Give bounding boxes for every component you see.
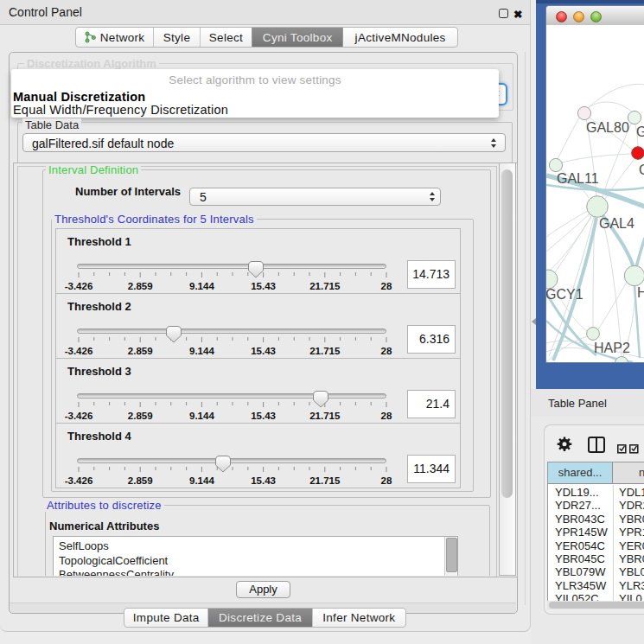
- svg-text:2.859: 2.859: [128, 346, 153, 356]
- svg-text:GA: GA: [636, 124, 644, 139]
- svg-text:28: 28: [381, 475, 392, 486]
- svg-text:2.859: 2.859: [128, 411, 153, 421]
- svg-text:HAP2: HAP2: [594, 341, 630, 355]
- svg-text:-3.426: -3.426: [65, 346, 93, 356]
- svg-text:15.43: 15.43: [251, 346, 276, 356]
- svg-text:21.715: 21.715: [309, 411, 341, 421]
- svg-text:28: 28: [381, 281, 392, 291]
- svg-text:-3.426: -3.426: [65, 411, 93, 421]
- svg-text:21.715: 21.715: [309, 346, 341, 356]
- svg-text:15.43: 15.43: [251, 281, 276, 291]
- svg-text:9.144: 9.144: [189, 281, 214, 291]
- svg-text:H: H: [637, 285, 644, 300]
- svg-text:28: 28: [381, 346, 392, 356]
- svg-text:GAL4: GAL4: [599, 216, 634, 231]
- svg-text:15.43: 15.43: [251, 411, 276, 421]
- svg-text:GAL11: GAL11: [557, 171, 599, 186]
- svg-text:GAL80: GAL80: [586, 120, 629, 135]
- svg-text:9.144: 9.144: [189, 346, 214, 356]
- svg-text:-3.426: -3.426: [65, 281, 93, 291]
- svg-text:9.144: 9.144: [189, 411, 214, 421]
- svg-text:28: 28: [381, 411, 392, 421]
- svg-text:C: C: [639, 163, 644, 177]
- svg-text:GCY1: GCY1: [546, 287, 583, 302]
- svg-text:-3.426: -3.426: [65, 475, 93, 486]
- svg-text:15.43: 15.43: [251, 475, 276, 486]
- svg-text:2.859: 2.859: [128, 281, 153, 291]
- svg-text:9.144: 9.144: [189, 475, 214, 486]
- svg-text:2.859: 2.859: [128, 475, 153, 486]
- svg-text:21.715: 21.715: [309, 281, 341, 291]
- svg-text:21.715: 21.715: [309, 475, 341, 486]
